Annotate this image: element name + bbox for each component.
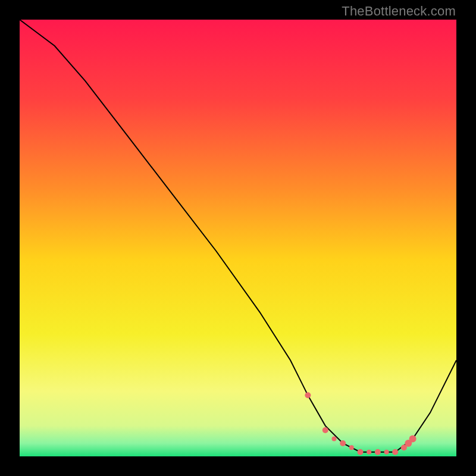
plot-area bbox=[20, 20, 456, 456]
chart-stage: TheBottleneck.com bbox=[0, 0, 476, 476]
gradient-background bbox=[20, 20, 456, 456]
svg-rect-0 bbox=[20, 20, 456, 456]
attribution-label: TheBottleneck.com bbox=[342, 4, 456, 19]
